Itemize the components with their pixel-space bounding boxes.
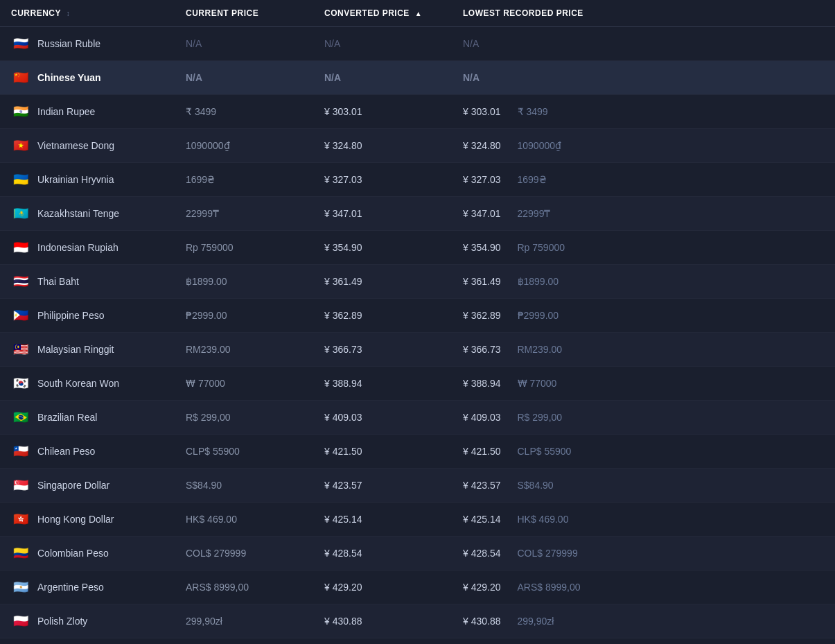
current-price-cell: COL$ 279999 xyxy=(175,537,313,571)
converted-price-cell: ¥ 423.57 xyxy=(313,469,452,503)
currency-name: Vietnamese Dong xyxy=(37,140,114,151)
table-row[interactable]: 🇨🇱Chilean PesoCLP$ 55900¥ 421.50¥ 421.50… xyxy=(0,435,835,469)
currency-cell: 🇻🇳Vietnamese Dong xyxy=(0,129,175,163)
table-row[interactable]: 🇨🇴Colombian PesoCOL$ 279999¥ 428.54¥ 428… xyxy=(0,537,835,571)
header-converted-price[interactable]: CONVERTED PRICE ▲ xyxy=(313,0,452,27)
currency-cell: 🇰🇿Kazakhstani Tenge xyxy=(0,197,175,231)
table-row[interactable]: 🇮🇳Indian Rupee₹ 3499¥ 303.01¥ 303.01₹ 34… xyxy=(0,95,835,129)
currency-cell: 🇵🇭Philippine Peso xyxy=(0,299,175,333)
currency-cell: 🇰🇷South Korean Won xyxy=(0,367,175,401)
currency-flag: 🇮🇩 xyxy=(11,238,30,257)
lowest-price-cell: N/A xyxy=(452,61,835,95)
converted-price-cell: ¥ 354.90 xyxy=(313,231,452,265)
lowest-price-cell: ¥ 437.65R 1099.95 xyxy=(452,638,835,645)
current-price-cell: R 1099.95 xyxy=(175,638,313,645)
table-row[interactable]: 🇺🇦Ukrainian Hryvnia1699₴¥ 327.03¥ 327.03… xyxy=(0,163,835,197)
currency-name: Thai Baht xyxy=(37,276,79,287)
converted-price-cell: N/A xyxy=(313,61,452,95)
currency-flag: 🇦🇷 xyxy=(11,577,30,597)
currency-name: Chilean Peso xyxy=(37,446,95,457)
lowest-price-cell: ¥ 366.73RM239.00 xyxy=(452,333,835,367)
lowest-price-cell: ¥ 425.14HK$ 469.00 xyxy=(452,503,835,537)
current-price-cell: ₩ 77000 xyxy=(175,367,313,401)
lowest-original-price: R$ 299,00 xyxy=(518,412,563,423)
header-currency[interactable]: CURRENCY ↕ xyxy=(0,0,175,27)
currency-cell: 🇨🇳Chinese Yuan xyxy=(0,61,175,95)
lowest-price-cell: ¥ 409.03R$ 299,00 xyxy=(452,401,835,435)
lowest-original-price: S$84.90 xyxy=(518,480,554,491)
lowest-original-price: HK$ 469.00 xyxy=(518,514,569,525)
lowest-original-price: 299,90zł xyxy=(518,616,554,627)
converted-price-cell: ¥ 366.73 xyxy=(313,333,452,367)
table-row[interactable]: 🇦🇷Argentine PesoARS$ 8999,00¥ 429.20¥ 42… xyxy=(0,571,835,604)
lowest-original-price: RM239.00 xyxy=(518,344,563,355)
header-lowest-price: LOWEST RECORDED PRICE xyxy=(452,0,835,27)
currency-name: Malaysian Ringgit xyxy=(37,344,114,355)
currency-cell: 🇭🇰Hong Kong Dollar xyxy=(0,503,175,537)
currency-flag: 🇮🇳 xyxy=(11,102,30,121)
currency-table: CURRENCY ↕ CURRENT PRICE CONVERTED PRICE… xyxy=(0,0,835,644)
lowest-original-price: ₱2999.00 xyxy=(518,310,559,321)
converted-price-cell: ¥ 303.01 xyxy=(313,95,452,129)
current-price-cell: ₹ 3499 xyxy=(175,95,313,129)
table-row[interactable]: 🇨🇳Chinese YuanN/AN/AN/A xyxy=(0,61,835,95)
currency-flag: 🇨🇳 xyxy=(11,68,30,87)
lowest-price-cell: ¥ 429.20ARS$ 8999,00 xyxy=(452,571,835,604)
currency-name: Kazakhstani Tenge xyxy=(37,208,119,219)
table-row[interactable]: 🇸🇬Singapore DollarS$84.90¥ 423.57¥ 423.5… xyxy=(0,469,835,503)
lowest-price-cell: ¥ 347.0122999₸ xyxy=(452,197,835,231)
lowest-price-cell: ¥ 361.49฿1899.00 xyxy=(452,265,835,299)
table-row[interactable]: 🇵🇭Philippine Peso₱2999.00¥ 362.89¥ 362.8… xyxy=(0,299,835,333)
current-price-cell: N/A xyxy=(175,27,313,61)
table-row[interactable]: 🇭🇰Hong Kong DollarHK$ 469.00¥ 425.14¥ 42… xyxy=(0,503,835,537)
lowest-original-price: Rp 759000 xyxy=(518,242,565,253)
currency-name: Philippine Peso xyxy=(37,310,105,321)
current-price-cell: 22999₸ xyxy=(175,197,313,231)
table-header-row: CURRENCY ↕ CURRENT PRICE CONVERTED PRICE… xyxy=(0,0,835,27)
table-row[interactable]: 🇰🇿Kazakhstani Tenge22999₸¥ 347.01¥ 347.0… xyxy=(0,197,835,231)
currency-cell: 🇮🇩Indonesian Rupiah xyxy=(0,231,175,265)
current-price-cell: R$ 299,00 xyxy=(175,401,313,435)
currency-cell: 🇨🇴Colombian Peso xyxy=(0,537,175,571)
lowest-original-price: ₩ 77000 xyxy=(518,378,557,389)
lowest-price-cell: ¥ 388.94₩ 77000 xyxy=(452,367,835,401)
converted-price-cell: ¥ 362.89 xyxy=(313,299,452,333)
converted-price-cell: ¥ 425.14 xyxy=(313,503,452,537)
currency-name: Indonesian Rupiah xyxy=(37,242,118,253)
converted-price-cell: ¥ 409.03 xyxy=(313,401,452,435)
table-row[interactable]: 🇲🇾Malaysian RinggitRM239.00¥ 366.73¥ 366… xyxy=(0,333,835,367)
table-row[interactable]: 🇰🇷South Korean Won₩ 77000¥ 388.94¥ 388.9… xyxy=(0,367,835,401)
currency-cell: 🇲🇾Malaysian Ringgit xyxy=(0,333,175,367)
currency-table-container: CURRENCY ↕ CURRENT PRICE CONVERTED PRICE… xyxy=(0,0,835,644)
currency-name: South Korean Won xyxy=(37,378,119,389)
lowest-original-price: ฿1899.00 xyxy=(518,276,559,287)
currency-cell: 🇮🇳Indian Rupee xyxy=(0,95,175,129)
converted-price-cell: ¥ 430.88 xyxy=(313,604,452,638)
currency-flag: 🇨🇴 xyxy=(11,543,30,563)
currency-cell: 🇸🇬Singapore Dollar xyxy=(0,469,175,503)
table-row[interactable]: 🇻🇳Vietnamese Dong1090000₫¥ 324.80¥ 324.8… xyxy=(0,129,835,163)
currency-cell: 🇧🇷Brazilian Real xyxy=(0,401,175,435)
current-price-cell: CLP$ 55900 xyxy=(175,435,313,469)
currency-flag: 🇧🇷 xyxy=(11,408,30,427)
table-row[interactable]: 🇵🇱Polish Zloty299,90zł¥ 430.88¥ 430.8829… xyxy=(0,604,835,638)
current-price-cell: Rp 759000 xyxy=(175,231,313,265)
currency-sort-icon: ↕ xyxy=(67,10,71,17)
currency-name: Russian Ruble xyxy=(37,38,100,49)
current-price-cell: N/A xyxy=(175,61,313,95)
table-row[interactable]: 🇧🇷Brazilian RealR$ 299,00¥ 409.03¥ 409.0… xyxy=(0,401,835,435)
converted-price-cell: ¥ 428.54 xyxy=(313,537,452,571)
converted-price-cell: ¥ 437.65 xyxy=(313,638,452,645)
converted-price-cell: ¥ 347.01 xyxy=(313,197,452,231)
currency-flag: 🇨🇱 xyxy=(11,442,30,461)
currency-name: Polish Zloty xyxy=(37,616,87,627)
lowest-original-price: 1699₴ xyxy=(518,174,547,185)
currency-flag: 🇺🇦 xyxy=(11,170,30,189)
currency-flag: 🇸🇬 xyxy=(11,476,30,495)
table-row[interactable]: 🇷🇺Russian RubleN/AN/AN/A xyxy=(0,27,835,61)
table-row[interactable]: 🇿🇦South African RandR 1099.95¥ 437.65¥ 4… xyxy=(0,638,835,645)
table-row[interactable]: 🇹🇭Thai Baht฿1899.00¥ 361.49¥ 361.49฿1899… xyxy=(0,265,835,299)
table-row[interactable]: 🇮🇩Indonesian RupiahRp 759000¥ 354.90¥ 35… xyxy=(0,231,835,265)
currency-cell: 🇵🇱Polish Zloty xyxy=(0,604,175,638)
lowest-price-cell: ¥ 324.801090000₫ xyxy=(452,129,835,163)
